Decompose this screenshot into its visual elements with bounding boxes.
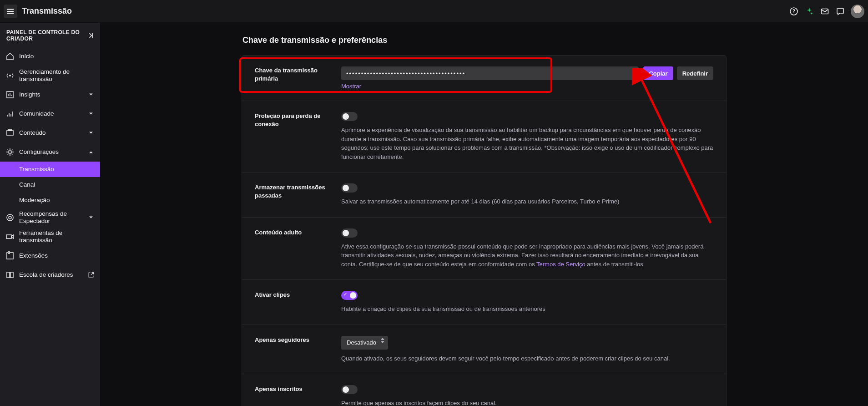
sidebar-item-label: Recompensas de Espectador	[19, 210, 87, 224]
sidebar-item-home[interactable]: Início	[0, 47, 100, 66]
desc-text: antes de transmiti-los	[585, 261, 643, 268]
extensions-icon	[5, 251, 15, 260]
rewards-icon	[5, 213, 15, 222]
copy-button[interactable]: Copiar	[643, 66, 673, 80]
gear-icon	[5, 147, 15, 157]
row-mature-content: Conteúdo adulto Ative essa configuração …	[242, 218, 726, 280]
mail-icon	[820, 7, 829, 16]
sidebar-sub-stream[interactable]: Transmissão	[0, 162, 100, 177]
collapse-icon	[86, 31, 95, 40]
svg-rect-11	[8, 252, 10, 254]
help-icon	[789, 7, 798, 16]
toggle-enable-clips[interactable]	[341, 291, 358, 300]
topbar: Transmissão	[0, 0, 868, 23]
row-description: Ative essa configuração se sua transmiss…	[341, 242, 713, 269]
svg-rect-1	[822, 9, 828, 14]
sidebar-sub-channel[interactable]: Canal	[0, 177, 100, 193]
row-description: Aprimore a experiência de visualização d…	[341, 126, 713, 161]
chevron-down-icon	[87, 91, 95, 98]
followers-only-select[interactable]: Desativado	[341, 336, 388, 350]
content-icon	[5, 128, 15, 137]
row-label: Apenas inscritos	[255, 385, 341, 406]
toggle-store-past-broadcasts[interactable]	[341, 183, 358, 193]
row-description: Habilite a criação de clipes da sua tran…	[341, 304, 713, 314]
row-label: Chave da transmissão primária	[255, 66, 341, 90]
help-button[interactable]	[787, 5, 801, 18]
sidebar-title: PAINEL DE CONTROLE DO CRIADOR	[6, 29, 86, 42]
sidebar-item-stream-tools[interactable]: Ferramentas de transmissão	[0, 227, 100, 246]
sidebar-item-label: Escola de criadores	[19, 271, 87, 279]
row-label: Ativar clipes	[255, 291, 341, 314]
svg-point-8	[9, 216, 11, 219]
show-key-link[interactable]: Mostrar	[341, 83, 361, 90]
row-store-past-broadcasts: Armazenar transmissões passadas Salvar a…	[242, 173, 726, 218]
camera-icon	[5, 232, 15, 241]
sidebar-item-label: Configurações	[19, 148, 87, 156]
sidebar-item-creator-camp[interactable]: Escola de criadores	[0, 265, 100, 284]
chat-icon	[836, 7, 845, 16]
sidebar-item-community[interactable]: Comunidade	[0, 104, 100, 123]
svg-point-2	[9, 75, 11, 76]
sidebar-item-label: Extensões	[19, 252, 95, 259]
svg-rect-4	[7, 131, 13, 135]
sidebar-header: PAINEL DE CONTROLE DO CRIADOR	[0, 25, 100, 47]
broadcast-icon	[5, 71, 15, 80]
row-description: Permite que apenas os inscritos façam cl…	[341, 399, 713, 406]
sidebar-item-label: Início	[19, 53, 95, 60]
insights-icon	[5, 90, 15, 99]
sidebar-item-viewer-rewards[interactable]: Recompensas de Espectador	[0, 208, 100, 227]
sidebar-item-stream-manager[interactable]: Gerenciamento de transmissão	[0, 66, 100, 85]
book-icon	[5, 270, 15, 279]
sidebar-item-label: Moderação	[19, 197, 50, 203]
chevron-down-icon	[87, 214, 95, 221]
whispers-button[interactable]	[833, 5, 847, 18]
user-avatar[interactable]	[851, 5, 864, 18]
ai-sparkle-button[interactable]	[802, 5, 816, 18]
row-label: Conteúdo adulto	[255, 228, 341, 269]
sidebar-item-label: Conteúdo	[19, 129, 87, 137]
row-subs-only: Apenas inscritos Permite que apenas os i…	[242, 374, 726, 406]
sidebar-item-label: Ferramentas de transmissão	[19, 229, 95, 244]
svg-point-7	[7, 214, 13, 221]
community-icon	[5, 109, 15, 118]
chevron-down-icon	[87, 129, 95, 137]
section-title: Chave de transmissão e preferências	[242, 36, 727, 45]
row-disconnect-protection: Proteção para perda de conexão Aprimore …	[242, 101, 726, 173]
svg-rect-10	[7, 253, 13, 259]
chevron-up-icon	[87, 148, 95, 156]
inbox-button[interactable]	[818, 5, 832, 18]
sidebar-item-insights[interactable]: Insights	[0, 85, 100, 104]
row-label: Proteção para perda de conexão	[255, 112, 341, 161]
row-label: Apenas seguidores	[255, 336, 341, 363]
tos-link[interactable]: Termos de Serviço	[536, 261, 585, 268]
svg-rect-5	[8, 129, 12, 131]
toggle-mature-content[interactable]	[341, 228, 358, 238]
home-icon	[5, 52, 15, 61]
sidebar-item-extensions[interactable]: Extensões	[0, 246, 100, 265]
sidebar-item-label: Transmissão	[19, 166, 54, 173]
row-enable-clips: Ativar clipes Habilite a criação de clip…	[242, 280, 726, 325]
stream-key-input[interactable]	[341, 66, 639, 80]
toggle-disconnect-protection[interactable]	[341, 112, 358, 121]
select-value: Desativado	[347, 339, 376, 346]
sidebar: PAINEL DE CONTROLE DO CRIADOR Início Ger…	[0, 23, 100, 406]
svg-rect-9	[6, 235, 11, 239]
sparkle-icon	[805, 7, 814, 16]
sidebar-item-label: Comunidade	[19, 110, 87, 117]
settings-panel: Chave da transmissão primária Mostrar Co…	[242, 55, 727, 406]
menu-button[interactable]	[4, 5, 17, 18]
sidebar-item-settings[interactable]: Configurações	[0, 142, 100, 162]
svg-point-6	[9, 151, 11, 153]
row-description: Quando ativado, os seus seguidores devem…	[341, 354, 713, 363]
main-content: Chave de transmissão e preferências Chav…	[100, 23, 868, 406]
sidebar-item-content[interactable]: Conteúdo	[0, 123, 100, 142]
collapse-sidebar-button[interactable]	[86, 31, 95, 40]
sidebar-sub-moderation[interactable]: Moderação	[0, 193, 100, 208]
hamburger-icon	[6, 7, 15, 15]
chevron-down-icon	[87, 110, 95, 117]
row-label: Armazenar transmissões passadas	[255, 183, 341, 206]
reset-button[interactable]: Redefinir	[677, 66, 713, 80]
toggle-subs-only[interactable]	[341, 385, 358, 394]
sidebar-item-label: Canal	[19, 181, 35, 188]
desc-text: Ative essa configuração se sua transmiss…	[341, 243, 703, 268]
